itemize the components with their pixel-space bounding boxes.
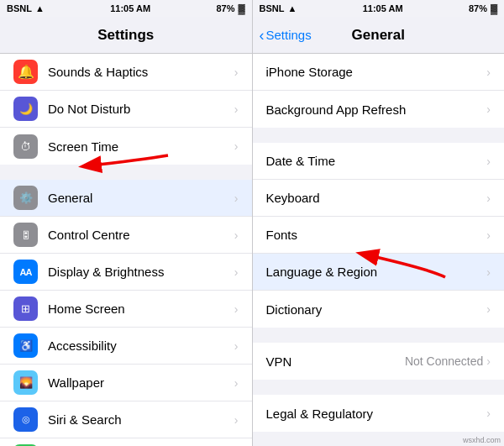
right-status-left: BSNL ▲: [260, 3, 297, 13]
general-icon: ⚙️: [13, 186, 38, 210]
chevron-icon: ›: [234, 302, 239, 316]
sounds-icon: 🔔: [13, 60, 38, 84]
list-item[interactable]: ⏱ Screen Time ›: [0, 128, 252, 165]
right-battery-pct: 87%: [469, 3, 487, 13]
chevron-icon: ›: [486, 155, 491, 168]
language-region-label: Language & Region: [266, 265, 487, 279]
list-item[interactable]: 🌙 Do Not Disturb ›: [0, 91, 252, 128]
screen-time-label: Screen Time: [48, 139, 234, 154]
background-app-label: Background App Refresh: [266, 102, 487, 117]
left-section-1: 🔔 Sounds & Haptics › 🌙 Do Not Disturb › …: [0, 54, 252, 165]
right-status-bar: BSNL ▲ 11:05 AM 87% ▓: [253, 0, 505, 17]
right-carrier: BSNL: [260, 3, 285, 13]
left-settings-list[interactable]: 🔔 Sounds & Haptics › 🌙 Do Not Disturb › …: [0, 54, 252, 446]
vpn-label: VPN: [266, 354, 405, 369]
list-item[interactable]: iPhone Storage ›: [253, 54, 505, 91]
right-section-2: Date & Time › Keyboard › Fonts › Languag…: [253, 143, 505, 328]
left-battery-pct: 87%: [216, 3, 234, 13]
legal-row[interactable]: Legal & Regulatory ›: [253, 395, 505, 432]
right-battery-icon: ▓: [491, 3, 497, 13]
chevron-icon: ›: [486, 228, 491, 242]
list-item[interactable]: 👆 Touch ID & Passcode ›: [0, 438, 252, 446]
home-screen-label: Home Screen: [48, 302, 234, 316]
chevron-icon: ›: [486, 66, 491, 79]
list-item[interactable]: 🌄 Wallpaper ›: [0, 365, 252, 401]
chevron-icon: ›: [234, 339, 239, 353]
chevron-icon: ›: [234, 139, 239, 153]
right-time: 11:05 AM: [363, 3, 403, 13]
chevron-icon: ›: [234, 376, 239, 390]
list-item[interactable]: Dictionary ›: [253, 291, 505, 328]
chevron-icon: ›: [486, 102, 491, 116]
back-label: Settings: [266, 28, 312, 42]
keyboard-label: Keyboard: [266, 191, 487, 205]
display-icon: AA: [13, 260, 38, 284]
chevron-icon: ›: [234, 265, 239, 279]
date-time-label: Date & Time: [266, 154, 487, 168]
right-nav-title: General: [352, 27, 405, 44]
siri-label: Siri & Search: [48, 412, 234, 427]
left-carrier: BSNL: [7, 3, 32, 13]
screen-time-icon: ⏱: [13, 134, 38, 159]
back-button[interactable]: ‹ Settings: [260, 28, 312, 43]
chevron-icon: ›: [234, 192, 239, 205]
general-row[interactable]: ⚙️ General ›: [0, 180, 252, 217]
vpn-value: Not Connected: [405, 354, 483, 368]
list-item[interactable]: ◎ Siri & Search ›: [0, 401, 252, 438]
vpn-row[interactable]: VPN Not Connected ›: [253, 343, 505, 380]
chevron-icon: ›: [234, 413, 239, 427]
right-status-right: 87% ▓: [469, 3, 497, 13]
wallpaper-icon: 🌄: [13, 370, 38, 395]
list-item[interactable]: Date & Time ›: [253, 143, 505, 180]
left-wifi-icon: ▲: [35, 3, 45, 13]
display-label: Display & Brightness: [48, 265, 234, 279]
left-status-right: 87% ▓: [216, 3, 244, 13]
list-item[interactable]: 🎛 Control Centre ›: [0, 217, 252, 254]
sounds-label: Sounds & Haptics: [48, 65, 234, 79]
list-item[interactable]: Fonts ›: [253, 217, 505, 254]
chevron-icon: ›: [486, 354, 491, 368]
chevron-icon: ›: [234, 102, 239, 116]
chevron-icon: ›: [486, 302, 491, 316]
list-item[interactable]: Background App Refresh ›: [253, 91, 505, 128]
left-nav-title: Settings: [97, 27, 154, 44]
right-nav-bar: ‹ Settings General: [253, 17, 505, 54]
iphone-storage-label: iPhone Storage: [266, 65, 487, 79]
chevron-icon: ›: [234, 228, 239, 242]
left-status-bar: BSNL ▲ 11:05 AM 87% ▓: [0, 0, 252, 17]
language-region-row[interactable]: Language & Region ›: [253, 254, 505, 291]
right-section-legal: Legal & Regulatory ›: [253, 395, 505, 432]
right-panel: BSNL ▲ 11:05 AM 87% ▓ ‹ Settings General…: [253, 0, 505, 446]
left-panel: BSNL ▲ 11:05 AM 87% ▓ Settings 🔔 Sounds …: [0, 0, 253, 446]
legal-label: Legal & Regulatory: [266, 407, 487, 421]
right-settings-list[interactable]: iPhone Storage › Background App Refresh …: [253, 54, 505, 446]
watermark: wsxhd.com: [463, 436, 501, 444]
dnd-label: Do Not Disturb: [48, 102, 234, 116]
chevron-icon: ›: [486, 265, 491, 279]
left-section-2: ⚙️ General › 🎛 Control Centre › AA Displ…: [0, 180, 252, 446]
left-nav-bar: Settings: [0, 17, 252, 54]
general-label: General: [48, 191, 234, 205]
right-section-1: iPhone Storage › Background App Refresh …: [253, 54, 505, 128]
dnd-icon: 🌙: [13, 97, 38, 121]
accessibility-row[interactable]: ♿ Accessibility ›: [0, 328, 252, 365]
chevron-icon: ›: [486, 192, 491, 205]
wallpaper-label: Wallpaper: [48, 375, 234, 390]
accessibility-icon: ♿: [13, 333, 38, 358]
chevron-icon: ›: [486, 407, 491, 420]
list-item[interactable]: Keyboard ›: [253, 180, 505, 217]
left-time: 11:05 AM: [110, 3, 150, 13]
control-centre-label: Control Centre: [48, 228, 234, 242]
left-status-left: BSNL ▲: [7, 3, 45, 13]
siri-icon: ◎: [13, 407, 38, 432]
home-screen-icon: ⊞: [13, 296, 38, 321]
right-section-vpn: VPN Not Connected ›: [253, 343, 505, 380]
list-item[interactable]: AA Display & Brightness ›: [0, 254, 252, 291]
control-centre-icon: 🎛: [13, 223, 38, 247]
accessibility-label: Accessibility: [48, 338, 234, 353]
list-item[interactable]: ⊞ Home Screen ›: [0, 291, 252, 328]
list-item[interactable]: 🔔 Sounds & Haptics ›: [0, 54, 252, 91]
right-wifi-icon: ▲: [287, 3, 297, 13]
back-chevron-icon: ‹: [260, 28, 265, 43]
dictionary-label: Dictionary: [266, 302, 487, 317]
